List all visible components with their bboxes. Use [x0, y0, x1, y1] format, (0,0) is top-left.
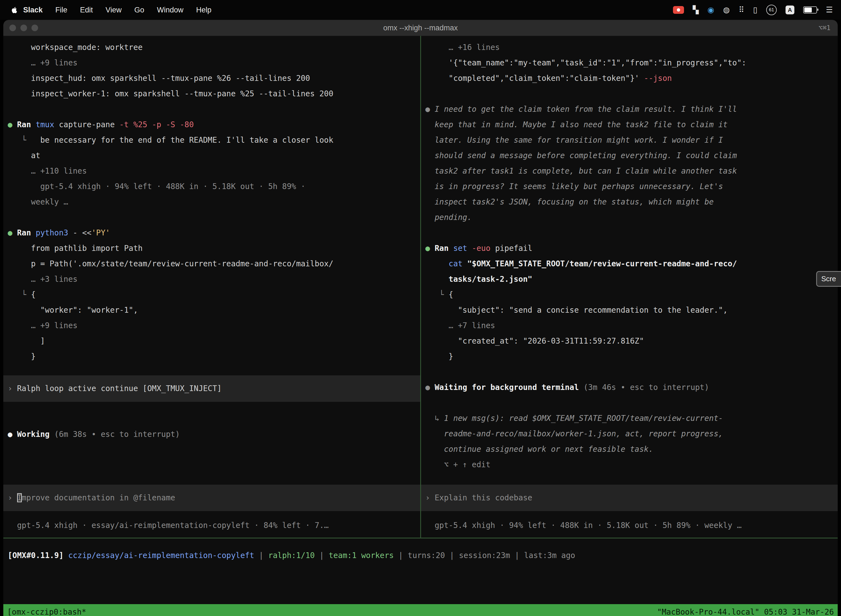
menu-file[interactable]: File [56, 6, 67, 14]
apple-menu[interactable] [8, 6, 21, 14]
text-segment: gpt-5.4 xhigh · 94% left · 488K in · 5.1… [435, 521, 742, 530]
window-title: omx --xhigh --madmax [3, 24, 838, 32]
text-segment: Working [17, 430, 50, 439]
text-segment: Ran [17, 228, 35, 238]
terminal-line [3, 411, 420, 427]
terminal-line [421, 395, 838, 411]
battery-fill [804, 7, 812, 12]
text-segment: ● [425, 383, 435, 392]
screen-recording-indicator[interactable] [673, 6, 684, 14]
text-segment: … +16 lines [448, 43, 500, 52]
terminal-right-pane[interactable]: … +16 lines'{"team_name":"my-team","task… [421, 36, 838, 538]
menu-view[interactable]: View [105, 6, 122, 14]
text-segment: pending. [435, 213, 472, 222]
terminal-line: ] [3, 333, 420, 349]
text-segment: … +110 lines [31, 166, 86, 176]
blue-app-icon[interactable]: ◉ [708, 6, 714, 14]
text-segment: ] [40, 336, 45, 346]
text-segment: tasks/task-2.json" [448, 274, 532, 284]
menu-edit[interactable]: Edit [80, 6, 93, 14]
terminal-line: "created_at": "2026-03-31T11:59:27.816Z" [421, 333, 838, 349]
terminal-line: readme-and-reco/mailbox/worker-1.json, a… [421, 426, 838, 441]
text-segment: gpt-5.4 xhigh · essay/ai-reimplementatio… [17, 521, 329, 530]
text-segment: "subject": "send a concise recommendatio… [458, 305, 728, 315]
battery-icon[interactable] [803, 6, 817, 13]
right-pane-prompt-area: › Explain this codebasegpt-5.4 xhigh · 9… [421, 485, 838, 538]
terminal-line: └ { [421, 287, 838, 302]
menu-help[interactable]: Help [196, 6, 212, 14]
phone-mirroring-icon[interactable]: ▯ [753, 6, 757, 14]
text-segment: 'PY' [91, 228, 110, 238]
hud-pane: [OMX#0.11.9] cczip/essay/ai-reimplementa… [3, 538, 838, 604]
text-segment: ● [8, 120, 17, 129]
terminal-line: … +7 lines [421, 318, 838, 333]
terminal-line: └ { [3, 287, 420, 302]
terminal-line: keep that in mind. Maybe I also need the… [421, 117, 838, 132]
text-segment: cczip/essay/ai-reimplementation-copyleft [68, 551, 254, 560]
prompt-suggestion[interactable]: › Ralph loop active continue [OMX_TMUX_I… [3, 375, 420, 402]
terminal-line: inspect_hud: omx sparkshell --tmux-pane … [3, 70, 420, 86]
text-segment: "worker": "worker-1", [40, 305, 138, 315]
text-segment: (3m 46s • esc to interrupt) [583, 383, 709, 392]
close-button[interactable] [9, 25, 16, 31]
screen: SlackFileEditViewGoWindowHelp ▚◉◍⠿▯61A☰ … [0, 0, 841, 616]
keyboard-grid-icon[interactable]: ▚ [693, 6, 699, 14]
terminal-line: should send a message before completing … [421, 148, 838, 163]
terminal-line: inspect task2's JSON, focusing on the st… [421, 194, 838, 210]
text-segment: 1 new msg(s): read $OMX_TEAM_STATE_ROOT/… [444, 414, 723, 423]
terminal-line: ⌥ + ↑ edit [421, 457, 838, 472]
text-segment: -euo [472, 244, 495, 253]
menu-lines-icon[interactable]: ☰ [826, 6, 833, 14]
zoom-button[interactable] [31, 25, 38, 31]
text-segment: I need to get the claim token from the c… [435, 105, 737, 114]
terminal-line: } [3, 349, 420, 364]
terminal-line: ● Ran python3 - <<'PY' [3, 225, 420, 241]
terminal-left-pane[interactable]: workspace_mode: worktree… +9 linesinspec… [3, 36, 420, 538]
text-segment: "completed","claim_token":"claim-token"}… [448, 74, 644, 83]
text-segment: { [448, 290, 453, 299]
text-segment: | [445, 551, 459, 560]
prompt-suggestion[interactable]: › Explain this codebase [421, 485, 838, 511]
menu-window[interactable]: Window [157, 6, 183, 14]
text-segment: Explain this codebase [435, 493, 532, 502]
apple-logo-icon [11, 6, 18, 14]
terminal-line: ● Ran tmux capture-pane -t %25 -p -S -80 [3, 117, 420, 132]
dots-grid-icon[interactable]: ⠿ [738, 6, 744, 14]
dark-app-icon[interactable]: ◍ [723, 6, 730, 14]
terminal-line: └ be necessary for the end of the README… [3, 132, 420, 148]
text-segment: └ [439, 290, 448, 299]
text-segment: › [8, 384, 17, 393]
text-segment: | [510, 551, 524, 560]
text-segment: keep that in mind. Maybe I also need the… [435, 120, 728, 129]
terminal-line: continue assigned work or next feasible … [421, 441, 838, 457]
text-segment: … +9 lines [31, 321, 78, 330]
text-segment: | [394, 551, 408, 560]
terminal-line [421, 225, 838, 241]
prompt-suggestion[interactable]: › Improve documentation in @filename [3, 485, 420, 511]
screenshot-toast: Scre [816, 271, 841, 287]
battery-percent-badge-icon[interactable]: 61 [766, 5, 777, 15]
text-segment: } [31, 352, 35, 361]
text-segment: "created_at": "2026-03-31T11:59:27.816Z" [458, 336, 644, 346]
minimize-button[interactable] [21, 25, 27, 31]
terminal-line: … +110 lines [3, 163, 420, 179]
input-source-icon[interactable]: A [785, 6, 794, 14]
text-segment: tmux [35, 120, 59, 129]
text-segment: weekly … [31, 197, 68, 207]
terminal-line: … +9 lines [3, 318, 420, 333]
terminal-line: } [421, 349, 838, 364]
text-segment: -t %25 -p -S -80 [119, 120, 194, 129]
text-segment: be necessary for the end of the README. … [40, 135, 333, 145]
text-segment: set [453, 244, 472, 253]
terminal-line: '{"team_name":"my-team","task_id":"1","f… [421, 55, 838, 70]
text-segment: last:3m ago [524, 551, 575, 560]
terminal-line: is in progress? It seems likely but perh… [421, 179, 838, 194]
text-segment: --json [644, 74, 672, 83]
text-segment: mprove documentation in @filename [22, 493, 175, 502]
menu-go[interactable]: Go [134, 6, 144, 14]
menu-slack[interactable]: Slack [23, 6, 43, 14]
text-segment: Ralph loop active continue [OMX_TMUX_INJ… [17, 384, 222, 393]
terminal-line: … +3 lines [3, 271, 420, 287]
text-segment: pipefail [495, 244, 532, 253]
terminal-line: "worker": "worker-1", [3, 302, 420, 318]
